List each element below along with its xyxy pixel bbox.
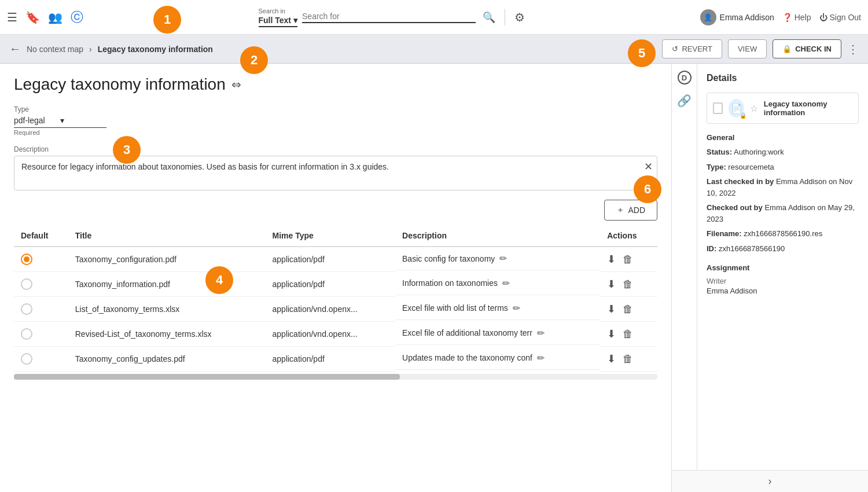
right-panel: D 🔗 Details 📄 🔒 ☆ Legacy taxonomy inform… — [671, 64, 868, 492]
content-area: Legacy taxonomy information ⇔ Type pdf-l… — [0, 64, 671, 492]
hamburger-icon[interactable]: ☰ — [7, 10, 17, 24]
links-icon[interactable]: 🔗 — [677, 94, 692, 108]
checkin-button[interactable]: 🔒 CHECK IN — [773, 39, 841, 58]
delete-icon[interactable]: 🗑 — [623, 353, 633, 365]
right-panel-inner: D 🔗 Details 📄 🔒 ☆ Legacy taxonomy inform… — [672, 64, 868, 470]
close-icon[interactable]: ✕ — [644, 160, 653, 173]
assignment-title: Assignment — [707, 263, 859, 272]
edit-description-icon[interactable]: ✏ — [499, 253, 507, 264]
page-title: Legacy taxonomy information — [14, 75, 226, 94]
col-default: Default — [14, 225, 68, 247]
add-btn-row: ＋ ADD — [14, 200, 657, 221]
delete-icon[interactable]: 🗑 — [623, 303, 633, 315]
title-cell: Taxonomy_configuration.pdf — [68, 247, 266, 272]
description-wrap: Description Resource for legacy informat… — [14, 145, 657, 190]
resource-checkbox[interactable] — [713, 102, 723, 114]
type-detail-label: Type: — [707, 163, 726, 171]
id-label: ID: — [707, 244, 716, 253]
type-select[interactable]: pdf-legal ▾ — [14, 116, 106, 128]
lock-icon: 🔒 — [782, 45, 792, 53]
bookmark-icon[interactable]: 🔖 — [25, 10, 40, 24]
col-actions: Actions — [600, 225, 657, 247]
action-icons: ⬇ 🗑 — [607, 353, 650, 365]
col-mime: Mime Type — [266, 225, 395, 247]
horizontal-scrollbar[interactable] — [14, 374, 657, 380]
details-header: Details — [707, 73, 859, 83]
description-cell: Excel file of additional taxonomy terr✏ — [395, 322, 600, 345]
assignment-section: Assignment Writer Emma Addison — [707, 263, 859, 295]
view-button[interactable]: VIEW — [728, 39, 767, 58]
help-icon: ❓ — [782, 13, 792, 22]
general-section: General Status: Authoring:work Type: res… — [707, 133, 859, 254]
actions-cell: ⬇ 🗑 — [600, 347, 657, 372]
download-icon[interactable]: ⬇ — [607, 303, 616, 315]
revert-icon: ↺ — [672, 45, 678, 53]
chevron-down-icon: ▾ — [293, 16, 297, 25]
actions-cell: ⬇ 🗑 — [600, 247, 657, 272]
revert-button[interactable]: ↺ REVERT — [662, 39, 722, 58]
signout-link[interactable]: ⏻ Sign Out — [819, 13, 861, 22]
resource-name: Legacy taxonomy information — [764, 100, 852, 117]
details-d-icon[interactable]: D — [678, 71, 692, 85]
search-type-value: Full Text — [259, 16, 292, 25]
main-layout: Legacy taxonomy information ⇔ Type pdf-l… — [0, 64, 868, 492]
resource-card: 📄 🔒 ☆ Legacy taxonomy information — [707, 93, 859, 124]
search-submit-icon[interactable]: 🔍 — [483, 11, 495, 24]
star-icon[interactable]: ☆ — [750, 103, 758, 114]
download-icon[interactable]: ⬇ — [607, 328, 616, 340]
actions-cell: ⬇ 🗑 — [600, 297, 657, 322]
delete-icon[interactable]: 🗑 — [623, 278, 633, 291]
radio-button[interactable] — [21, 303, 32, 315]
radio-button[interactable] — [21, 328, 32, 340]
breadcrumb-actions: ↺ REVERT VIEW 🔒 CHECK IN ⋮ — [662, 39, 859, 58]
default-cell — [14, 347, 68, 372]
nav-icons-left: ☰ 🔖 👥 ⓒ — [7, 9, 83, 26]
delete-icon[interactable]: 🗑 — [623, 254, 633, 266]
table-row: Revised-List_of_taxonomy_terms.xlsxappli… — [14, 322, 657, 347]
scrollbar-thumb — [14, 374, 400, 380]
radio-button[interactable] — [21, 254, 32, 265]
app-icon[interactable]: ⓒ — [71, 9, 83, 26]
download-icon[interactable]: ⬇ — [607, 253, 616, 266]
writer-label: Writer — [707, 277, 859, 285]
mime-cell: application/pdf — [266, 347, 395, 372]
resize-icon[interactable]: ⇔ — [231, 78, 241, 91]
title-cell: Revised-List_of_taxonomy_terms.xlsx — [68, 322, 266, 347]
users-icon[interactable]: 👥 — [48, 10, 62, 24]
top-nav: ☰ 🔖 👥 ⓒ Search in Full Text ▾ 🔍 ⚙ 👤 Emma… — [0, 0, 868, 35]
default-cell — [14, 322, 68, 347]
badge-6: 6 — [634, 175, 661, 203]
mime-cell: application/vnd.openx... — [266, 297, 395, 322]
download-icon[interactable]: ⬇ — [607, 353, 616, 365]
edit-description-icon[interactable]: ✏ — [537, 328, 545, 339]
type-chevron-icon: ▾ — [60, 116, 106, 125]
type-row: Type: resourcemeta — [707, 161, 859, 173]
actions-cell: ⬇ 🗑 — [600, 272, 657, 297]
edit-description-icon[interactable]: ✏ — [502, 278, 510, 289]
filter-icon[interactable]: ⚙ — [514, 10, 525, 24]
description-text: Updates made to the taxonomy conf — [402, 353, 532, 362]
delete-icon[interactable]: 🗑 — [623, 328, 633, 340]
user-menu[interactable]: 👤 Emma Addison — [700, 9, 774, 25]
action-icons: ⬇ 🗑 — [607, 253, 650, 266]
status-value: Authoring:work — [734, 148, 784, 156]
edit-description-icon[interactable]: ✏ — [537, 353, 545, 364]
signout-label: Sign Out — [830, 13, 861, 22]
radio-button[interactable] — [21, 353, 32, 365]
help-link[interactable]: ❓ Help — [782, 13, 811, 22]
edit-description-icon[interactable]: ✏ — [513, 303, 520, 314]
search-input[interactable] — [302, 12, 464, 21]
collapse-button[interactable]: › — [672, 470, 868, 492]
radio-button[interactable] — [21, 278, 32, 290]
search-in-label: Search in — [259, 8, 298, 14]
search-type-dropdown[interactable]: Full Text ▾ — [259, 16, 298, 27]
table-row: Taxonomy_information.pdfapplication/pdfI… — [14, 272, 657, 297]
table-row: Taxonomy_config_updates.pdfapplication/p… — [14, 347, 657, 372]
more-options-icon[interactable]: ⋮ — [847, 42, 859, 56]
back-button[interactable]: ← — [9, 42, 21, 56]
last-checked-in-row: Last checked in by Emma Addison on Nov 1… — [707, 176, 859, 199]
download-icon[interactable]: ⬇ — [607, 278, 616, 291]
description-text: Information on taxonomies — [402, 278, 498, 288]
description-field[interactable]: Resource for legacy information about ta… — [14, 156, 657, 190]
table-row: Taxonomy_configuration.pdfapplication/pd… — [14, 247, 657, 272]
